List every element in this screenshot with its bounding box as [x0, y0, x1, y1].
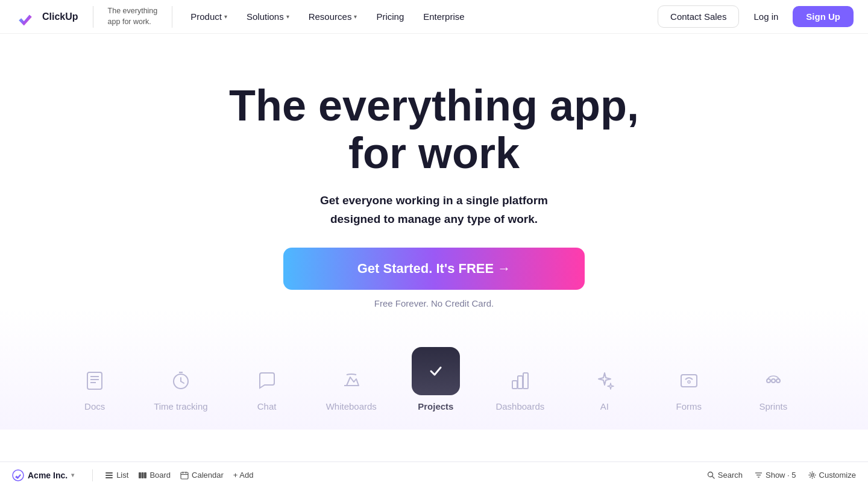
logo-name: ClickUp: [42, 11, 78, 22]
chevron-down-icon: ▾: [354, 13, 357, 20]
org-name: Acme Inc.: [28, 471, 68, 480]
tab-sprints-label: Sprints: [760, 401, 788, 411]
svg-rect-19: [105, 472, 113, 474]
tab-time-tracking[interactable]: Time tracking: [137, 357, 224, 424]
cta-button[interactable]: Get Started. It's FREE →: [283, 248, 585, 290]
whiteboards-icon: [337, 366, 366, 395]
tab-forms[interactable]: Forms: [647, 357, 731, 424]
login-button[interactable]: Log in: [744, 6, 788, 27]
tab-whiteboards[interactable]: Whiteboards: [309, 357, 394, 424]
add-action[interactable]: + Add: [233, 471, 254, 480]
chevron-down-icon: ▾: [224, 13, 227, 20]
bottom-view-actions: List Board Calendar + Add: [105, 471, 695, 480]
svg-rect-22: [139, 472, 141, 478]
navbar: ClickUp The everything app for work. Pro…: [0, 0, 868, 34]
nav-link-product[interactable]: Product ▾: [182, 7, 236, 27]
tab-chat[interactable]: Chat: [225, 357, 309, 424]
svg-point-29: [708, 472, 712, 477]
calendar-icon: [180, 471, 189, 480]
time-tracking-icon: [166, 366, 195, 395]
tab-dashboards[interactable]: Dashboards: [478, 357, 562, 424]
svg-rect-10: [512, 381, 517, 389]
svg-point-0: [14, 6, 36, 28]
nav-actions: Contact Sales Log in Sign Up: [658, 5, 854, 28]
svg-point-16: [772, 379, 775, 383]
svg-rect-9: [426, 361, 445, 381]
projects-icon-wrap: [412, 347, 460, 395]
contact-sales-button[interactable]: Contact Sales: [658, 5, 739, 28]
tab-ai[interactable]: AI: [562, 357, 647, 424]
svg-rect-12: [523, 373, 528, 389]
board-icon: [138, 471, 146, 480]
nav-link-pricing[interactable]: Pricing: [368, 7, 412, 27]
svg-line-7: [181, 381, 184, 383]
svg-line-30: [712, 477, 714, 478]
svg-rect-20: [105, 475, 113, 476]
org-icon: [12, 469, 24, 481]
svg-rect-24: [144, 472, 146, 478]
forms-icon: [675, 366, 703, 395]
tab-docs-label: Docs: [84, 401, 105, 411]
hero-note: Free Forever. No Credit Card.: [374, 298, 494, 308]
svg-point-34: [811, 474, 813, 477]
tab-projects[interactable]: Projects: [394, 337, 478, 424]
view-calendar-action[interactable]: Calendar: [180, 471, 224, 480]
tab-forms-label: Forms: [676, 401, 702, 411]
tab-dashboards-label: Dashboards: [495, 401, 544, 411]
org-dropdown-icon: ▾: [71, 472, 74, 478]
ai-icon: [590, 366, 619, 395]
svg-rect-21: [105, 477, 113, 478]
org-logo[interactable]: Acme Inc. ▾: [12, 469, 74, 481]
clickup-logo-icon: [14, 6, 36, 28]
tab-ai-label: AI: [600, 401, 609, 411]
view-list-action[interactable]: List: [105, 471, 128, 480]
bottom-right-actions: Search Show · 5 Customize: [707, 471, 856, 480]
docs-icon: [80, 366, 109, 395]
svg-point-14: [688, 381, 690, 383]
nav-link-enterprise[interactable]: Enterprise: [415, 7, 473, 27]
separator: [92, 469, 93, 481]
bottom-bar: Acme Inc. ▾ List Board Calendar + Add Se…: [0, 461, 868, 488]
list-icon: [105, 471, 113, 480]
tab-projects-label: Projects: [418, 401, 453, 411]
feature-tabs: Docs Time tracking Chat Whiteboards: [28, 337, 840, 424]
show-action[interactable]: Show · 5: [755, 471, 796, 480]
search-icon: [707, 471, 715, 479]
chevron-down-icon: ▾: [286, 13, 289, 20]
tab-time-tracking-label: Time tracking: [154, 401, 207, 411]
svg-rect-1: [87, 372, 102, 389]
svg-point-18: [13, 470, 24, 481]
dashboards-icon: [506, 366, 535, 395]
customize-action[interactable]: Customize: [808, 471, 856, 480]
tab-docs[interactable]: Docs: [52, 357, 137, 424]
view-board-action[interactable]: Board: [138, 471, 171, 480]
tab-sprints[interactable]: Sprints: [731, 357, 816, 424]
svg-rect-23: [142, 472, 144, 478]
tab-whiteboards-label: Whiteboards: [326, 401, 377, 411]
hero-subtitle: Get everyone working in a single platfor…: [320, 192, 548, 228]
filter-icon: [755, 471, 763, 479]
logo[interactable]: ClickUp The everything app for work.: [14, 6, 172, 28]
tab-chat-label: Chat: [257, 401, 277, 411]
sprints-icon: [759, 366, 788, 395]
hero-title: The everything app,for work: [229, 82, 639, 177]
nav-link-solutions[interactable]: Solutions ▾: [238, 7, 298, 27]
hero-section: The everything app,for work Get everyone…: [0, 34, 868, 424]
logo-tagline: The everything app for work.: [108, 6, 158, 27]
gear-icon: [808, 471, 816, 479]
nav-link-resources[interactable]: Resources ▾: [300, 7, 366, 27]
svg-rect-11: [518, 376, 523, 389]
svg-rect-25: [181, 472, 188, 479]
search-action[interactable]: Search: [707, 471, 743, 480]
signup-button[interactable]: Sign Up: [793, 6, 854, 27]
chat-icon: [253, 366, 281, 395]
nav-links: Product ▾ Solutions ▾ Resources ▾ Pricin…: [182, 7, 658, 27]
